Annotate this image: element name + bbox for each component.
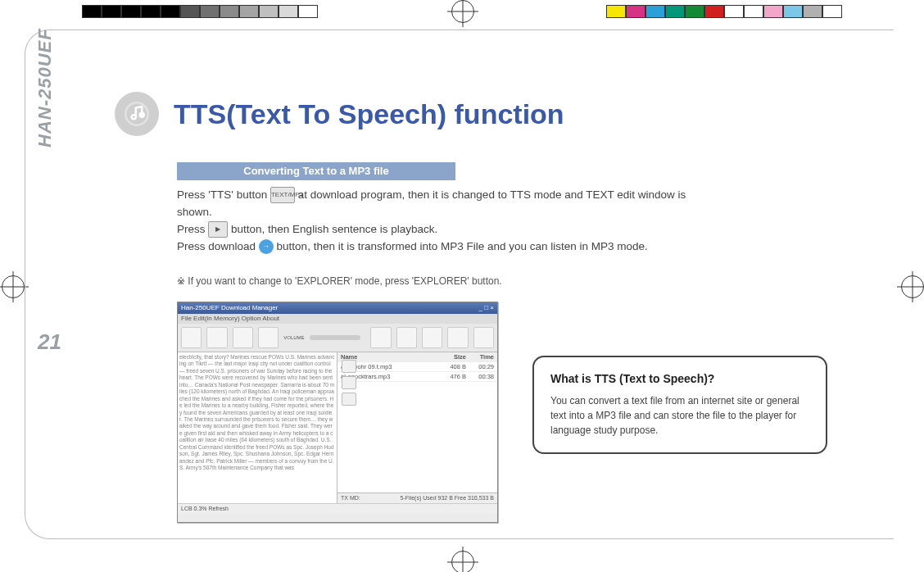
text: button, then English sentence is playbac… [231,223,437,235]
footnote: ※ If you want to change to 'EXPLORER' mo… [177,275,502,287]
status-right: 5-File(s) Used 932 B Free 310,533 B [401,493,494,503]
refresh-button[interactable] [370,327,391,348]
transfer-buttons [342,360,356,406]
registration-mark [2,275,25,298]
info-callout: What is TTS (Text to Speech)? You can co… [532,356,827,454]
file-list-pane: Name Size Time a) utwohr 09.t.mp3 408 B … [337,352,497,503]
play-stop-button[interactable] [233,327,253,348]
text: shown. [177,206,212,218]
transfer-right-icon[interactable] [342,360,356,373]
model-label: HAN-250UEF [34,0,56,148]
text: at download program, then it is changed … [298,188,686,201]
text: button, then it is transformed into MP3 … [277,240,648,252]
page-title: TTS(Text To Speech) function [174,98,564,130]
folder-button[interactable] [447,327,468,348]
section-heading: Converting Text to a MP3 file [177,162,455,180]
col-time: Time [466,353,494,361]
download-arrow-icon: → [259,239,274,254]
tts-mode-icon: TEXT/MP3 [270,187,295,203]
callout-body: You can convert a text file from an inte… [550,393,809,438]
page-header: TTS(Text To Speech) function [115,92,564,136]
window-title: Han-250UEF Download Manager [181,302,278,314]
list-header: Name Size Time [337,352,497,362]
clear-button[interactable] [258,327,279,348]
explorer-button[interactable] [181,327,202,348]
volume-label: VOLUME [283,335,304,340]
bottom-bar: LCB 0.3% Refresh [178,503,497,514]
text: Press [177,223,206,235]
registration-mark [451,551,474,572]
format-button[interactable] [396,327,417,348]
callout-title: What is TTS (Text to Speech)? [550,372,809,385]
col-size: Size [433,353,466,361]
remove-button[interactable] [422,327,442,348]
toolbar: VOLUME [178,324,497,352]
list-item[interactable]: a) enocktrars.mp3 476 B 00:38 [337,372,497,382]
app-main: electricity, that story? Marines rescue … [178,352,497,503]
text: Press download [177,240,256,252]
menu-bar[interactable]: File Edit(in Memory) Option About [178,314,497,324]
text-play-button[interactable] [206,327,227,348]
editor-text: electricity, that story? Marines rescue … [179,354,335,471]
text-editor-pane[interactable]: electricity, that story? Marines rescue … [178,352,337,503]
rename-button[interactable] [473,327,494,348]
transfer-all-icon[interactable] [342,393,356,406]
status-left: TX MD: [341,493,360,503]
registration-mark [901,275,924,298]
transfer-left-icon[interactable] [342,376,356,389]
volume-slider[interactable] [310,335,361,340]
list-item[interactable]: a) utwohr 09.t.mp3 408 B 00:29 [337,362,497,372]
text: Press 'TTS' button [177,188,267,201]
page-number: 21 [38,329,61,355]
music-note-icon [115,92,159,136]
test-play-icon: ▶ [208,221,228,238]
body-text: Press 'TTS' button TEXT/MP3 at download … [177,187,849,256]
download-manager-window: Han-250UEF Download Manager _ □ × File E… [177,302,498,523]
status-bar: TX MD: 5-File(s) Used 932 B Free 310,533… [337,493,497,503]
window-controls: _ □ × [479,302,494,314]
sidebar: HAN-250UEF [34,148,67,393]
window-titlebar: Han-250UEF Download Manager _ □ × [178,302,497,314]
registration-mark [451,0,474,23]
